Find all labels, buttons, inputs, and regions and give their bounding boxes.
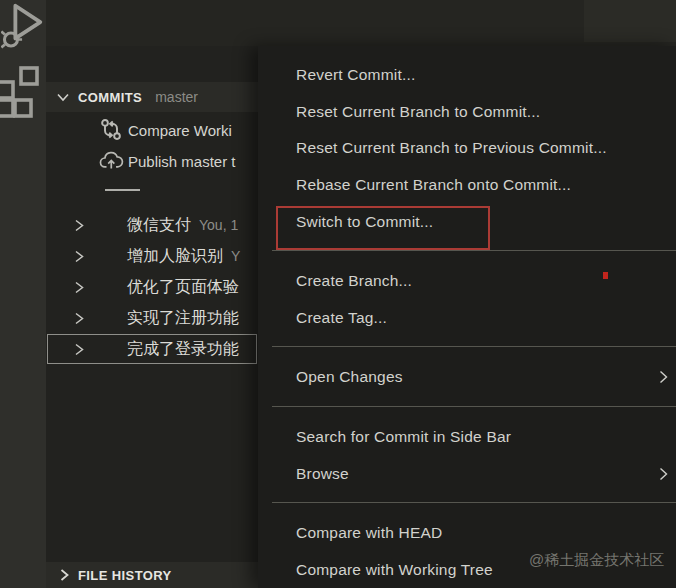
- menu-separator: [272, 346, 676, 347]
- editor-top-right-panel: [584, 0, 676, 42]
- menu-item-rebase-branch-onto-commit[interactable]: Rebase Current Branch onto Commit...: [258, 167, 676, 204]
- cloud-upload-icon: [99, 150, 124, 171]
- commit-row[interactable]: 增加人脸识别Y: [47, 241, 257, 271]
- extensions-icon[interactable]: [0, 64, 45, 120]
- menu-item-switch-to-commit[interactable]: Switch to Commit...: [258, 203, 676, 240]
- chevron-down-icon: [56, 91, 70, 103]
- menu-item-label: Open Changes: [296, 368, 403, 386]
- menu-item-reset-branch-to-commit[interactable]: Reset Current Branch to Commit...: [258, 94, 676, 131]
- chevron-right-icon: [72, 218, 86, 233]
- gitlens-sidebar: COMMITS master Compare Worki Publish mas…: [46, 46, 258, 588]
- file-history-section-header[interactable]: FILE HISTORY: [46, 562, 258, 588]
- commit-message: 微信支付: [127, 215, 191, 236]
- menu-item-browse[interactable]: Browse: [258, 455, 676, 492]
- menu-item-open-changes[interactable]: Open Changes: [258, 359, 676, 396]
- commit-row[interactable]: 优化了页面体验: [47, 272, 257, 302]
- red-dot-annotation: [603, 272, 608, 279]
- menu-item-label: Browse: [296, 465, 349, 483]
- commit-context-menu: Revert Commit... Reset Current Branch to…: [258, 46, 676, 588]
- commit-message: 增加人脸识别: [127, 246, 223, 267]
- menu-item-create-branch[interactable]: Create Branch...: [258, 263, 676, 300]
- compare-working-tree-row[interactable]: Compare Worki: [46, 114, 258, 145]
- menu-item-search-commit-in-side-bar[interactable]: Search for Commit in Side Bar: [258, 419, 676, 456]
- watermark: @稀土掘金技术社区: [529, 551, 664, 570]
- commit-row[interactable]: 微信支付You, 1: [47, 210, 257, 240]
- editor-top-band: [46, 0, 676, 46]
- chevron-right-icon: [72, 311, 86, 326]
- commit-row[interactable]: 实现了注册功能: [47, 303, 257, 333]
- publish-branch-row[interactable]: Publish master t: [46, 145, 258, 176]
- submenu-chevron-icon: [658, 466, 669, 482]
- menu-separator: [272, 406, 676, 407]
- submenu-chevron-icon: [658, 369, 669, 385]
- commit-meta: You, 1: [199, 217, 238, 233]
- commit-row-focused[interactable]: 完成了登录功能: [47, 334, 257, 364]
- menu-item-compare-with-head[interactable]: Compare with HEAD: [258, 515, 676, 552]
- compare-working-tree-label: Compare Worki: [128, 121, 232, 138]
- menu-separator: [272, 250, 676, 251]
- chevron-right-icon: [72, 249, 86, 264]
- menu-item-create-tag[interactable]: Create Tag...: [258, 300, 676, 337]
- commit-message: 完成了登录功能: [127, 339, 239, 360]
- file-history-section-title: FILE HISTORY: [78, 568, 172, 583]
- chevron-right-icon: [72, 280, 86, 295]
- run-and-debug-icon[interactable]: [1, 0, 47, 52]
- chevron-right-icon: [59, 568, 70, 582]
- commit-message: 优化了页面体验: [127, 277, 239, 298]
- commits-section-title: COMMITS: [78, 90, 142, 105]
- menu-separator: [272, 502, 676, 503]
- chevron-right-icon: [72, 342, 86, 357]
- menu-item-revert-commit[interactable]: Revert Commit...: [258, 57, 676, 94]
- commits-section-header[interactable]: COMMITS master: [46, 82, 258, 112]
- commit-message: 实现了注册功能: [127, 308, 239, 329]
- menu-item-reset-branch-to-previous-commit[interactable]: Reset Current Branch to Previous Commit.…: [258, 130, 676, 167]
- graph-divider: [105, 189, 140, 191]
- publish-branch-label: Publish master t: [128, 152, 236, 169]
- activity-bar: [0, 0, 46, 588]
- commit-meta: Y: [231, 248, 240, 264]
- branch-label: master: [155, 89, 198, 105]
- git-compare-icon: [99, 117, 123, 142]
